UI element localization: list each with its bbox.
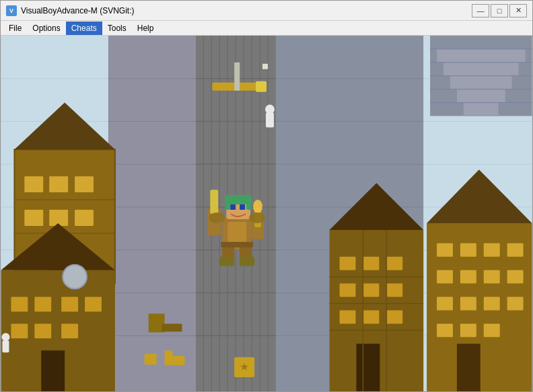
svg-rect-69 — [34, 323, 51, 338]
maximize-button[interactable]: □ — [491, 4, 508, 17]
svg-rect-111 — [460, 297, 476, 311]
game-scene: ★ — [1, 36, 532, 391]
svg-rect-90 — [386, 284, 402, 297]
svg-rect-64 — [11, 297, 28, 312]
svg-rect-87 — [386, 257, 402, 270]
svg-rect-77 — [464, 103, 499, 116]
svg-rect-75 — [450, 76, 512, 89]
svg-point-124 — [63, 265, 87, 289]
menu-bar: File Options Cheats Tools Help — [1, 21, 532, 36]
svg-rect-104 — [484, 243, 500, 257]
svg-rect-126 — [162, 323, 182, 331]
svg-rect-86 — [363, 257, 379, 270]
app-window: V VisualBoyAdvance-M (SVNGit:) — □ ✕ Fil… — [0, 0, 533, 392]
svg-rect-108 — [484, 270, 500, 284]
svg-rect-55 — [75, 176, 94, 192]
close-button[interactable]: ✕ — [509, 4, 527, 17]
svg-rect-92 — [363, 310, 379, 323]
svg-rect-109 — [507, 270, 524, 284]
svg-rect-119 — [234, 63, 240, 91]
svg-point-151 — [265, 105, 275, 114]
svg-rect-53 — [24, 176, 43, 192]
svg-rect-136 — [221, 242, 253, 247]
svg-rect-150 — [266, 113, 274, 128]
svg-rect-121 — [256, 81, 266, 92]
svg-point-148 — [209, 212, 225, 223]
svg-rect-34 — [108, 36, 196, 391]
title-bar: V VisualBoyAdvance-M (SVNGit:) — □ ✕ — [1, 1, 532, 21]
svg-rect-71 — [41, 350, 65, 391]
svg-rect-152 — [2, 340, 9, 352]
svg-rect-56 — [24, 210, 43, 226]
minimize-button[interactable]: — — [472, 4, 489, 17]
svg-rect-127 — [145, 354, 157, 364]
svg-rect-65 — [34, 297, 51, 312]
svg-rect-120 — [262, 64, 268, 69]
svg-point-153 — [1, 333, 9, 341]
svg-rect-94 — [356, 344, 380, 391]
svg-rect-113 — [507, 297, 524, 311]
window-controls: — □ ✕ — [472, 4, 527, 17]
svg-rect-93 — [386, 310, 402, 323]
svg-text:★: ★ — [240, 361, 249, 373]
game-viewport: ★ — [1, 36, 532, 391]
app-icon: V — [6, 5, 17, 16]
svg-rect-103 — [460, 243, 476, 257]
svg-rect-73 — [437, 49, 526, 63]
svg-rect-141 — [230, 204, 236, 210]
svg-rect-144 — [210, 190, 218, 214]
svg-rect-76 — [457, 89, 505, 103]
svg-rect-140 — [246, 195, 252, 210]
svg-rect-142 — [240, 204, 245, 210]
svg-rect-115 — [460, 323, 476, 337]
svg-rect-116 — [484, 323, 500, 337]
svg-rect-110 — [437, 297, 453, 311]
svg-rect-67 — [85, 297, 102, 312]
menu-tools[interactable]: Tools — [102, 22, 132, 35]
svg-rect-107 — [460, 270, 476, 284]
svg-rect-114 — [437, 323, 453, 337]
svg-rect-58 — [75, 210, 94, 226]
svg-rect-54 — [49, 176, 68, 192]
menu-options[interactable]: Options — [27, 22, 65, 35]
svg-rect-128 — [165, 350, 173, 365]
svg-rect-139 — [225, 195, 230, 210]
svg-rect-68 — [11, 323, 28, 338]
svg-point-149 — [249, 212, 265, 223]
menu-file[interactable]: File — [3, 22, 27, 35]
svg-rect-102 — [437, 243, 453, 257]
svg-rect-134 — [240, 257, 254, 266]
svg-rect-106 — [437, 270, 453, 284]
svg-rect-74 — [443, 63, 519, 76]
window-title: VisualBoyAdvance-M (SVNGit:) — [21, 6, 472, 15]
svg-rect-89 — [363, 284, 379, 297]
svg-rect-88 — [340, 284, 356, 297]
svg-rect-129 — [173, 356, 185, 365]
svg-rect-85 — [340, 257, 356, 270]
svg-rect-91 — [340, 310, 356, 323]
svg-rect-135 — [227, 222, 246, 245]
svg-rect-117 — [457, 344, 481, 391]
svg-rect-133 — [219, 257, 234, 266]
svg-point-147 — [253, 200, 262, 213]
menu-help[interactable]: Help — [132, 22, 159, 35]
svg-rect-70 — [61, 323, 78, 338]
svg-rect-66 — [61, 297, 78, 312]
svg-rect-105 — [507, 243, 524, 257]
svg-rect-57 — [49, 210, 68, 226]
svg-rect-112 — [484, 297, 500, 311]
menu-cheats[interactable]: Cheats — [66, 22, 102, 35]
